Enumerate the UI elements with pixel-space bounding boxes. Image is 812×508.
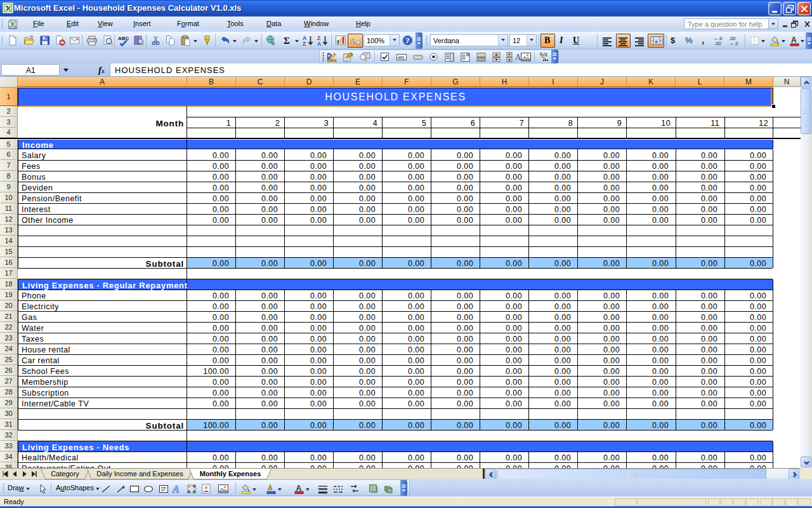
svg-text:a: a (655, 38, 658, 44)
svg-text:ABC: ABC (118, 36, 129, 41)
svg-text:Σ: Σ (284, 36, 290, 46)
svg-text:.00: .00 (714, 41, 721, 46)
svg-text:Z: Z (303, 41, 306, 47)
svg-text:→.0: →.0 (730, 41, 738, 46)
svg-text:A: A (317, 41, 321, 47)
svg-text:A: A (791, 36, 797, 44)
svg-text:?: ? (406, 36, 410, 45)
svg-text:ab|: ab| (398, 55, 404, 60)
svg-text:A: A (172, 483, 180, 494)
